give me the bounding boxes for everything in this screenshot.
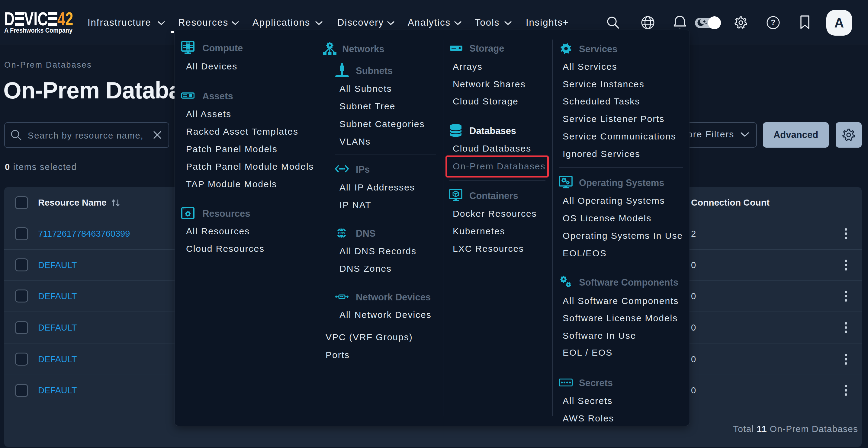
svg-text:DNS: DNS xyxy=(338,231,345,235)
svg-text:?: ? xyxy=(771,18,776,27)
